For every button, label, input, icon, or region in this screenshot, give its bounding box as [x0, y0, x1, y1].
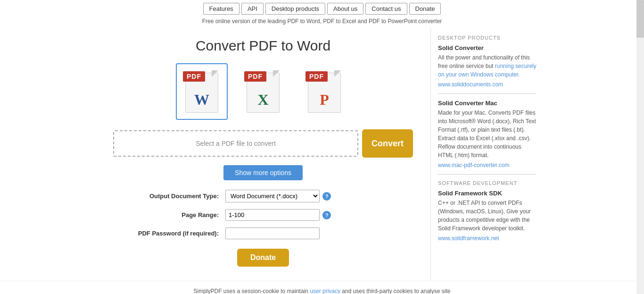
convert-button[interactable]: Convert [362, 129, 413, 158]
nav-donate[interactable]: Donate [409, 3, 441, 15]
sidebar-divider-2 [438, 174, 537, 175]
pdf-badge-ppt: PDF [305, 71, 328, 82]
password-input[interactable] [225, 227, 320, 239]
solid-converter-highlight1: running securely on your own Windows com… [438, 63, 537, 78]
sidebar-solid-mac-text: Made for your Mac. Converts PDF files in… [438, 109, 537, 160]
word-app-icon: W [192, 90, 211, 109]
sidebar-sdk-title: Solid Framework SDK [438, 190, 537, 197]
drop-zone-label: Select a PDF file to convert [196, 140, 276, 147]
output-type-help-icon[interactable]: ? [322, 192, 331, 201]
pdf-badge-excel: PDF [244, 71, 266, 82]
sidebar-solid-mac-title: Solid Converter Mac [438, 100, 537, 107]
nav-bar: Features API Desktop products About us C… [0, 0, 644, 17]
ppt-letter: P [320, 91, 329, 109]
drop-zone[interactable]: Select a PDF file to convert [113, 130, 358, 157]
convert-row: Select a PDF file to convert Convert [110, 129, 416, 158]
scrollbar-track[interactable] [636, 0, 644, 294]
sdk-link[interactable]: www.solidframework.net [438, 235, 499, 242]
options-form: Output Document Type: Word Document (*.d… [122, 190, 405, 239]
footer-text: SimplyPDF uses a session-cookie to maint… [194, 288, 451, 294]
footer-privacy-link[interactable]: user privacy [310, 288, 340, 294]
excel-letter: X [257, 91, 268, 109]
sidebar-desktop-products-title: DESKTOP PRODUCTS [438, 35, 537, 41]
main-wrapper: Convert PDF to Word PDF W P [96, 28, 548, 281]
nav-about-us[interactable]: About us [327, 3, 363, 15]
donate-section: Donate [110, 249, 416, 267]
page-title: Convert PDF to Word [110, 38, 416, 54]
word-file-icon: PDF W [183, 70, 221, 113]
ppt-app-icon: P [315, 90, 334, 109]
converter-ppt[interactable]: PDF P [298, 63, 350, 120]
password-row: PDF Password (if required): [122, 227, 405, 239]
file-corner-excel [273, 70, 280, 77]
sidebar-solid-converter-title: Solid Converter [438, 44, 537, 51]
output-type-label: Output Document Type: [122, 193, 225, 200]
nav-contact-us[interactable]: Contact us [365, 3, 407, 15]
nav-subtitle: Free online version of the leading PDF t… [0, 17, 644, 28]
output-type-control: Word Document (*.docx) Rich Text Format … [225, 190, 331, 202]
pdf-badge-word: PDF [183, 71, 205, 82]
file-corner-ppt [334, 70, 341, 77]
show-more-options-button[interactable]: Show more options [223, 165, 303, 180]
converter-word[interactable]: PDF W [176, 63, 228, 120]
page-range-control: ? [225, 209, 331, 221]
solid-converter-link[interactable]: www.soliddocuments.com [438, 81, 503, 88]
output-type-row: Output Document Type: Word Document (*.d… [122, 190, 405, 202]
nav-api[interactable]: API [241, 3, 264, 15]
sidebar-software-dev-title: SOFTWARE DEVELOPMENT [438, 180, 537, 186]
content-area: Convert PDF to Word PDF W P [100, 28, 426, 281]
donate-button[interactable]: Donate [237, 249, 289, 267]
sidebar-sdk-text: C++ or .NET API to convert PDFs (Windows… [438, 199, 537, 233]
file-corner-word [212, 70, 218, 77]
converter-excel[interactable]: PDF X [237, 63, 289, 120]
password-label: PDF Password (if required): [122, 230, 225, 237]
sidebar: DESKTOP PRODUCTS Solid Converter All the… [430, 28, 544, 281]
page-range-input[interactable] [225, 209, 320, 221]
page-range-help-icon[interactable]: ? [322, 211, 331, 219]
footer: SimplyPDF uses a session-cookie to maint… [0, 281, 644, 294]
sidebar-divider-1 [438, 93, 537, 94]
page-range-label: Page Range: [122, 211, 225, 218]
converter-icons: PDF W PDF X [110, 63, 416, 120]
top-nav: Features API Desktop products About us C… [0, 0, 644, 28]
page-range-row: Page Range: ? [122, 209, 405, 221]
scrollbar-thumb[interactable] [636, 0, 644, 38]
password-control [225, 227, 320, 239]
excel-app-icon: X [254, 90, 272, 109]
excel-file-icon: PDF X [244, 70, 282, 113]
output-type-select[interactable]: Word Document (*.docx) Rich Text Format … [225, 190, 320, 202]
solid-mac-link[interactable]: www.mac-pdf-converter.com [438, 162, 509, 168]
sidebar-solid-converter-text: All the power and functionality of this … [438, 53, 537, 79]
ppt-file-icon: PDF P [305, 70, 343, 113]
word-letter: W [194, 91, 209, 109]
nav-desktop-products[interactable]: Desktop products [265, 3, 325, 15]
nav-features[interactable]: Features [203, 3, 239, 15]
